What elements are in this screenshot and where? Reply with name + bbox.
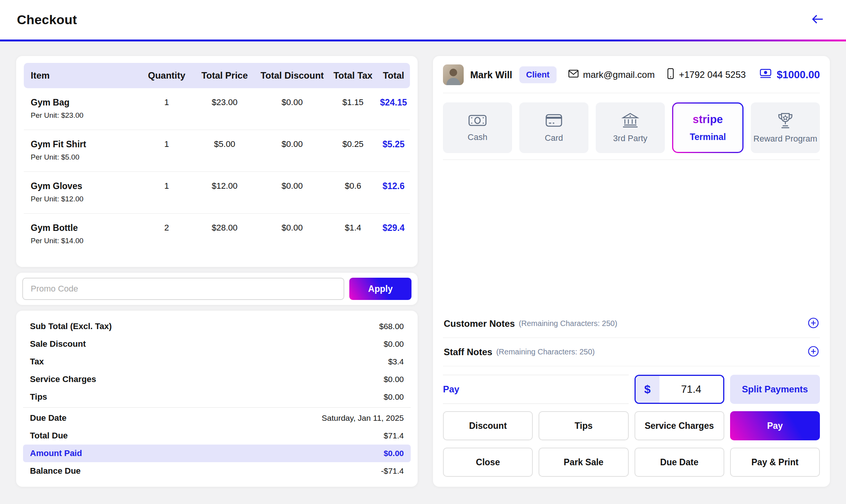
- customer-balance: $1000.00: [777, 69, 820, 81]
- payment-method-reward-program[interactable]: Reward Program: [751, 102, 820, 153]
- checkout-page: Item Quantity Total Price Total Discount…: [0, 41, 846, 502]
- item-name: Gym Bag: [31, 97, 140, 108]
- item-quantity: 2: [140, 214, 194, 255]
- item-quantity: 1: [140, 172, 194, 214]
- summary-row-balance-due: Balance Due -$71.4: [23, 462, 411, 480]
- item-total-price: $28.00: [194, 214, 256, 255]
- item-per-unit: Per Unit: $12.00: [31, 195, 140, 203]
- item-total: $24.15: [377, 88, 410, 130]
- payment-method-stripe-terminal[interactable]: stripe Terminal: [672, 102, 744, 153]
- summary-row-total-due: Total Due $71.4: [23, 427, 411, 445]
- items-table-header: Item Quantity Total Price Total Discount…: [24, 63, 410, 88]
- trophy-icon: [777, 112, 794, 129]
- amount-field[interactable]: [659, 376, 723, 403]
- summary-row-due-date: Due Date Saturday, Jan 11, 2025: [23, 409, 411, 427]
- item-total-tax: $1.15: [329, 88, 377, 130]
- order-column: Item Quantity Total Price Total Discount…: [16, 56, 418, 487]
- summary-row-tax: Tax $3.4: [23, 353, 411, 371]
- table-row[interactable]: Gym Fit Shirt Per Unit: $5.00 1 $5.00 $0…: [24, 130, 410, 172]
- items-table: Item Quantity Total Price Total Discount…: [24, 63, 410, 255]
- summary-divider: [23, 407, 411, 408]
- customer-phone-group: +1792 044 5253: [666, 68, 746, 82]
- items-card: Item Quantity Total Price Total Discount…: [16, 56, 418, 267]
- due-date-button[interactable]: Due Date: [634, 448, 724, 477]
- pay-amount-input[interactable]: $: [634, 375, 724, 404]
- pay-and-print-button[interactable]: Pay & Print: [730, 448, 820, 477]
- payment-method-label: 3rd Party: [613, 133, 647, 143]
- avatar: [443, 64, 464, 85]
- item-total-discount: $0.00: [256, 172, 329, 214]
- item-total-tax: $0.25: [329, 130, 377, 172]
- discount-button[interactable]: Discount: [443, 411, 533, 440]
- col-header-quantity: Quantity: [140, 63, 194, 88]
- page-title: Checkout: [17, 12, 77, 27]
- summary-row-tips: Tips $0.00: [23, 388, 411, 406]
- client-badge: Client: [519, 66, 557, 83]
- item-total-price: $5.00: [194, 130, 256, 172]
- customer-phone: +1792 044 5253: [679, 69, 746, 80]
- email-icon: [568, 69, 579, 81]
- item-total: $12.6: [377, 172, 410, 214]
- header: Checkout: [0, 0, 846, 41]
- item-total: $5.25: [377, 130, 410, 172]
- item-total-tax: $0.6: [329, 172, 377, 214]
- table-row[interactable]: Gym Bag Per Unit: $23.00 1 $23.00 $0.00 …: [24, 88, 410, 130]
- table-row[interactable]: Gym Bottle Per Unit: $14.00 2 $28.00 $0.…: [24, 214, 410, 255]
- promo-card: Apply: [16, 273, 418, 305]
- item-total-tax: $1.4: [329, 214, 377, 255]
- credit-card-icon: [545, 113, 563, 128]
- staff-notes-hint: (Remaining Characters: 250): [496, 348, 595, 356]
- col-header-total: Total: [377, 63, 410, 88]
- summary-row-subtotal: Sub Total (Excl. Tax) $68.00: [23, 318, 411, 335]
- customer-email-group: mark@gmail.com: [568, 69, 655, 81]
- bank-icon: [621, 112, 639, 128]
- stripe-logo: stripe: [693, 113, 723, 126]
- item-total: $29.4: [377, 214, 410, 255]
- payment-method-label: Card: [545, 133, 563, 143]
- col-header-total-price: Total Price: [194, 63, 256, 88]
- table-row[interactable]: Gym Gloves Per Unit: $12.00 1 $12.00 $0.…: [24, 172, 410, 214]
- close-button[interactable]: Close: [443, 448, 533, 477]
- payment-method-cash[interactable]: Cash: [443, 102, 512, 153]
- customer-info: Mark Will Client mark@gmail.com +1792 04…: [443, 64, 820, 93]
- promo-code-input[interactable]: [22, 278, 344, 300]
- payment-method-card[interactable]: Card: [519, 102, 588, 153]
- payment-method-label: Cash: [468, 132, 487, 142]
- customer-name: Mark Will: [470, 69, 512, 81]
- item-name: Gym Fit Shirt: [31, 139, 140, 150]
- service-charges-button[interactable]: Service Charges: [634, 411, 724, 440]
- customer-email: mark@gmail.com: [583, 69, 655, 80]
- apply-button[interactable]: Apply: [349, 278, 411, 300]
- payment-method-label: Reward Program: [753, 134, 817, 144]
- customer-notes-hint: (Remaining Characters: 250): [519, 319, 617, 328]
- summary-row-amount-paid: Amount Paid $0.00: [23, 445, 411, 462]
- customer-balance-group: $1000.00: [759, 68, 820, 82]
- col-header-total-discount: Total Discount: [256, 63, 329, 88]
- summary-row-sale-discount: Sale Discount $0.00: [23, 335, 411, 353]
- cash-balance-icon: [759, 68, 773, 82]
- split-payments-button[interactable]: Split Payments: [730, 375, 820, 404]
- item-per-unit: Per Unit: $23.00: [31, 111, 140, 120]
- item-total-discount: $0.00: [256, 88, 329, 130]
- item-quantity: 1: [140, 88, 194, 130]
- col-header-item: Item: [24, 63, 140, 88]
- plus-circle-icon: [808, 317, 819, 330]
- pay-section-label: Pay: [443, 375, 629, 404]
- cash-icon: [468, 114, 487, 127]
- staff-notes-row: Staff Notes (Remaining Characters: 250): [443, 338, 820, 366]
- back-arrow-icon: [811, 12, 825, 27]
- phone-icon: [666, 68, 675, 82]
- park-sale-button[interactable]: Park Sale: [539, 448, 628, 477]
- tips-button[interactable]: Tips: [539, 411, 628, 440]
- item-quantity: 1: [140, 130, 194, 172]
- item-per-unit: Per Unit: $5.00: [31, 153, 140, 161]
- item-name: Gym Gloves: [31, 181, 140, 191]
- plus-circle-icon: [808, 346, 819, 358]
- spacer: [443, 160, 820, 310]
- summary-row-service-charges: Service Charges $0.00: [23, 371, 411, 388]
- pay-button[interactable]: Pay: [730, 411, 820, 440]
- back-button[interactable]: [811, 12, 825, 27]
- payment-method-3rd-party[interactable]: 3rd Party: [596, 102, 665, 153]
- add-staff-note-button[interactable]: [808, 346, 819, 358]
- add-customer-note-button[interactable]: [808, 317, 819, 330]
